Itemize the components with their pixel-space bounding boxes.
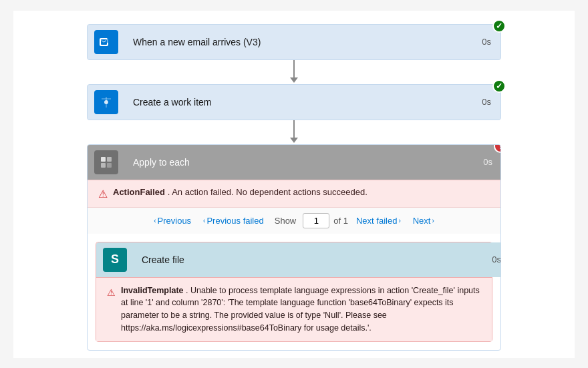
pagination-row: ‹ Previous ‹ Previous failed Show of 1 N… xyxy=(88,207,500,234)
next-failed-chevron-icon: › xyxy=(398,217,400,224)
apply-each-error-bar: ⚠ ActionFailed . An action failed. No de… xyxy=(88,180,500,207)
alert-warning-icon: ⚠ xyxy=(98,188,108,200)
create-file-label: Create file xyxy=(134,242,482,277)
svg-rect-2 xyxy=(107,37,113,43)
workflow-canvas: When a new email arrives (V3) 0s ✓ xyxy=(13,11,575,358)
devops-icon-box xyxy=(94,90,118,114)
apply-each-icon xyxy=(88,145,125,180)
previous-chevron-icon: ‹ xyxy=(154,217,156,224)
create-file-error-text: InvalidTemplate . Unable to process temp… xyxy=(121,285,481,335)
loop-icon xyxy=(94,150,118,174)
step-email-label: When a new email arrives (V3) xyxy=(125,25,472,59)
step-email-card[interactable]: When a new email arrives (V3) 0s ✓ xyxy=(87,24,501,60)
sharepoint-icon: S xyxy=(103,248,127,272)
step-email-icon xyxy=(88,25,125,59)
previous-button[interactable]: ‹ Previous xyxy=(150,213,195,228)
arrow-2 xyxy=(53,120,535,139)
svg-rect-7 xyxy=(107,163,112,168)
apply-each-label: Apply to each xyxy=(125,145,474,180)
previous-failed-button[interactable]: ‹ Previous failed xyxy=(199,213,268,228)
svg-rect-5 xyxy=(107,157,112,162)
inner-create-file-header[interactable]: S Create file 0s ! xyxy=(96,242,501,277)
next-chevron-icon: › xyxy=(432,217,434,224)
inner-create-file-card: S Create file 0s ! ⚠ InvalidTemplate . U… xyxy=(96,242,492,342)
apply-each-header[interactable]: Apply to each 0s ! xyxy=(88,145,501,180)
of-label: of 1 xyxy=(333,216,348,226)
sharepoint-letter: S xyxy=(111,252,119,266)
next-failed-button[interactable]: Next failed › xyxy=(352,213,405,228)
outlook-icon xyxy=(94,30,118,54)
arrow-1 xyxy=(53,60,535,79)
page-input[interactable] xyxy=(303,213,329,228)
error-detail-warning-icon: ⚠ xyxy=(107,286,116,300)
step-devops-card[interactable]: Create a work item 0s ✓ xyxy=(87,84,501,120)
prev-failed-chevron-icon: ‹ xyxy=(203,217,205,224)
create-file-duration: 0s xyxy=(482,242,501,277)
next-button[interactable]: Next › xyxy=(409,213,438,228)
create-file-icon: S xyxy=(96,242,134,277)
arrow-connector-1 xyxy=(293,60,295,79)
step-devops-status: ✓ xyxy=(492,79,506,93)
svg-point-3 xyxy=(104,100,108,104)
show-label: Show xyxy=(275,216,297,226)
svg-rect-6 xyxy=(101,163,106,168)
step-devops-label: Create a work item xyxy=(125,85,472,120)
svg-rect-4 xyxy=(101,157,106,162)
step-email-row: When a new email arrives (V3) 0s ✓ xyxy=(53,24,535,60)
apply-each-row: Apply to each 0s ! ⚠ ActionFailed . An a… xyxy=(53,144,535,351)
arrow-connector-2 xyxy=(293,120,295,139)
apply-each-wrapper: Apply to each 0s ! ⚠ ActionFailed . An a… xyxy=(87,144,501,351)
step-email-status: ✓ xyxy=(492,19,506,33)
apply-each-error-text: ActionFailed . An action failed. No depe… xyxy=(113,187,368,197)
create-file-error-detail: ⚠ InvalidTemplate . Unable to process te… xyxy=(96,277,492,341)
step-devops-icon xyxy=(88,85,125,120)
step-devops-row: Create a work item 0s ✓ xyxy=(53,84,535,120)
